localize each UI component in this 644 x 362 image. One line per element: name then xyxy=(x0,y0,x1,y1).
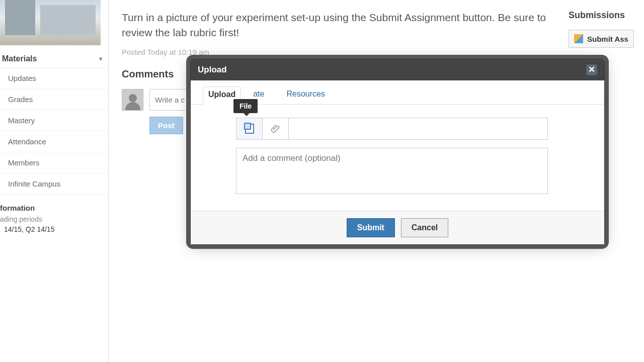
attach-link-button[interactable] xyxy=(263,118,289,139)
sidebar-item-attendance[interactable]: Attendance xyxy=(0,131,108,152)
grading-periods-value: 14/15, Q2 14/15 xyxy=(0,223,108,233)
materials-label: Materials xyxy=(2,54,37,63)
submit-button[interactable]: Submit xyxy=(347,218,395,237)
chevron-down-icon: ▾ xyxy=(99,55,102,62)
submit-assignment-icon xyxy=(574,34,583,43)
course-image xyxy=(0,0,101,45)
upload-toolbar: File xyxy=(236,118,548,140)
post-button[interactable]: Post xyxy=(149,117,183,134)
comment-input[interactable] xyxy=(149,89,195,111)
submissions-header: Submissions xyxy=(569,10,644,21)
information-header: formation xyxy=(0,195,108,215)
sidebar-item-updates[interactable]: Updates xyxy=(0,68,108,89)
sidebar-item-members[interactable]: Members xyxy=(0,152,108,173)
upload-filename-area xyxy=(289,118,547,139)
cancel-button[interactable]: Cancel xyxy=(401,218,448,237)
submit-assignment-button[interactable]: Submit Ass xyxy=(569,30,634,48)
file-upload-button[interactable]: File xyxy=(236,118,263,139)
avatar xyxy=(122,89,143,111)
assignment-instructions: Turn in a picture of your experiment set… xyxy=(122,10,549,41)
close-icon[interactable]: ✕ xyxy=(586,64,597,75)
sidebar-item-grades[interactable]: Grades xyxy=(0,89,108,110)
materials-header[interactable]: Materials ▾ xyxy=(0,50,108,68)
upload-modal: Upload ✕ Upload ate Resources File xyxy=(190,59,605,245)
sidebar-item-mastery[interactable]: Mastery xyxy=(0,110,108,131)
file-icon xyxy=(245,124,254,134)
paperclip-icon xyxy=(271,124,281,134)
sidebar-item-infinite-campus[interactable]: Infinite Campus xyxy=(0,173,108,195)
posted-timestamp: Posted Today at 10:19 am xyxy=(122,48,555,56)
modal-header: Upload ✕ xyxy=(191,59,604,80)
grading-periods-label: ading periods xyxy=(0,215,108,223)
tab-resources[interactable]: Resources xyxy=(281,86,330,104)
submit-assignment-label: Submit Ass xyxy=(587,35,628,43)
file-tooltip: File xyxy=(233,99,258,113)
modal-footer: Submit Cancel xyxy=(191,211,604,244)
upload-comment-input[interactable] xyxy=(236,148,548,194)
modal-title: Upload xyxy=(198,65,227,75)
sidebar: Materials ▾ Updates Grades Mastery Atten… xyxy=(0,0,109,362)
tab-content-upload: File xyxy=(191,105,604,211)
